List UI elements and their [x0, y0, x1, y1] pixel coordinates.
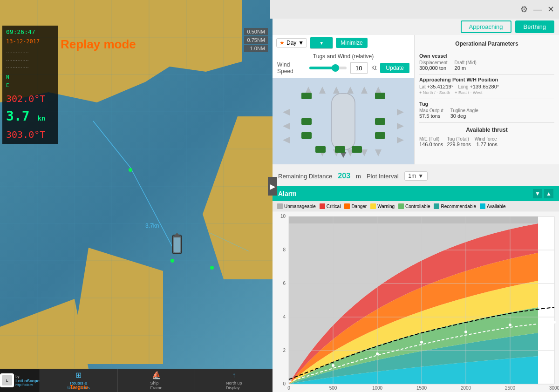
legend-controllable: Controllable	[398, 203, 430, 209]
tug-total-label: Tug (Total)	[447, 136, 470, 142]
alarm-down-arrow[interactable]: ▼	[533, 189, 542, 198]
draft-label: Draft (Mid)	[455, 60, 477, 65]
svg-marker-23	[172, 233, 182, 237]
north-up-button[interactable]: ↑ North upDisplay	[195, 369, 273, 392]
svg-point-71	[420, 341, 423, 344]
ship-frame-icon: ⛵	[152, 371, 161, 379]
svg-line-15	[130, 168, 172, 247]
svg-rect-51	[335, 146, 345, 153]
day-selector[interactable]: ★ Day ▼	[276, 38, 307, 47]
hud-compass-e: E	[6, 82, 9, 88]
displacement-param: Displacement 300,000 ton	[419, 60, 448, 71]
approaching-button[interactable]: Approaching	[461, 20, 511, 33]
remaining-distance-label: Remaining Distance	[278, 173, 332, 180]
range-ring-1: 0.50NM	[244, 28, 268, 35]
title-bar: ⚙ — ✕	[270, 0, 559, 19]
lon-value: +139.65280°	[470, 84, 499, 89]
day-label: Day	[286, 40, 296, 46]
replay-mode: Replay mode	[61, 37, 136, 52]
main-layout: 09:26:47 13-12-2017 ‥‥‥‥‥‥‥ ‥‥‥‥‥‥‥ ‥‥‥‥…	[0, 0, 559, 392]
ship-frame-button[interactable]: ⛵ ShipFrame	[117, 369, 195, 392]
hud-time: 09:26:47	[6, 27, 55, 37]
tugline-param: Tugline Angle 30 deg	[450, 108, 478, 119]
bottom-toolbar: L by LoiLoScope http://loilo.tv ⊞ Routes…	[0, 369, 273, 392]
svg-rect-44	[301, 93, 312, 99]
params-panel: Operational Parameters Own vessel Displa…	[415, 35, 559, 164]
legend-recommendable: Recommendable	[434, 203, 476, 209]
tugs-wind-panel: ★ Day ▼ ▼ Minimize Tugs and Wind (relati…	[273, 35, 415, 164]
alarm-up-arrow[interactable]: ▲	[544, 189, 553, 198]
unmanageable-label: Unmanageable	[284, 204, 316, 209]
svg-point-69	[332, 364, 334, 367]
north-up-label: North upDisplay	[226, 381, 242, 390]
routes-icon: ⊞	[75, 371, 82, 379]
draft-param: Draft (Mid) 20 m	[455, 60, 477, 71]
op-params-title: Operational Parameters	[419, 39, 554, 49]
hud-speed: 3.7 kn	[6, 106, 55, 127]
ship-diagram-svg	[276, 80, 411, 163]
update-button[interactable]: Update	[380, 63, 409, 73]
settings-icon[interactable]: ⚙	[520, 4, 528, 14]
wind-unit: Kt	[371, 65, 376, 71]
north-south-hint: + North / - South	[419, 90, 450, 95]
me-param: M/E (Full) 146.0 tons	[419, 136, 443, 147]
close-icon[interactable]: ✕	[547, 4, 554, 14]
svg-point-73	[509, 324, 511, 326]
critical-dot	[320, 203, 325, 209]
plot-interval-value: 1m	[409, 173, 416, 179]
tugline-value: 30 deg	[450, 113, 478, 119]
toolbar-logo: L by LoiLoScope http://loilo.tv	[0, 369, 40, 392]
north-up-icon: ↑	[232, 371, 236, 379]
right-panel: ⚙ — ✕ Approaching Berthing ★ Day ▼	[273, 0, 559, 392]
ship-frame-label: ShipFrame	[150, 381, 163, 390]
minimize-icon[interactable]: —	[533, 5, 542, 14]
svg-rect-48	[301, 132, 312, 139]
hud-compass-n: N	[6, 74, 9, 80]
hud: 09:26:47 13-12-2017 ‥‥‥‥‥‥‥ ‥‥‥‥‥‥‥ ‥‥‥‥…	[2, 26, 58, 144]
ship-diagram	[273, 78, 414, 164]
plot-interval-selector[interactable]: 1m ▼	[404, 171, 428, 181]
svg-point-19	[210, 266, 214, 270]
plot-dropdown-icon: ▼	[418, 173, 423, 179]
available-label: Available	[487, 204, 505, 209]
lat-value: +35.41219°	[427, 84, 454, 89]
minimize-button[interactable]: Minimize	[336, 38, 367, 48]
divider4	[419, 122, 554, 123]
lon-param: Long +139.65280°	[458, 84, 499, 89]
controls-row: ★ Day ▼ ▼ Minimize	[273, 35, 414, 51]
expand-arrow[interactable]: ▶	[268, 177, 277, 196]
ship-speed-label: 3.7kn	[145, 223, 159, 229]
alarm-chart-svg: 0 2 4 6 8 10 0 500 1000 1500 2000 2500 3…	[273, 212, 559, 392]
legend-available: Available	[480, 203, 505, 209]
wind-speed-row: Wind Speed 10 Kt Update	[273, 61, 414, 74]
svg-rect-49	[375, 132, 385, 139]
star-icon: ★	[280, 40, 285, 46]
tug-title: Tug	[419, 101, 554, 107]
legend-unmanageable: Unmanageable	[277, 203, 316, 209]
svg-point-70	[376, 352, 379, 355]
distance-row: Remaining Distance 203 m Plot Interval 1…	[273, 168, 559, 184]
tugs-wind-title: Tugs and Wind (relative)	[273, 51, 414, 61]
svg-text:1000: 1000	[372, 385, 383, 391]
berthing-button[interactable]: Berthing	[515, 20, 554, 33]
divider2	[419, 74, 554, 75]
chart-panel: 09:26:47 13-12-2017 ‥‥‥‥‥‥‥ ‥‥‥‥‥‥‥ ‥‥‥‥…	[0, 0, 273, 392]
plot-interval-label: Plot Interval	[367, 173, 399, 180]
own-vessel-title: Own vessel	[419, 53, 554, 59]
alarm-arrows: ▼ ▲	[533, 189, 553, 198]
svg-point-17	[129, 168, 132, 172]
nav-map[interactable]: 09:26:47 13-12-2017 ‥‥‥‥‥‥‥ ‥‥‥‥‥‥‥ ‥‥‥‥…	[0, 0, 273, 392]
svg-rect-45	[375, 93, 385, 99]
unmanageable-dot	[277, 203, 283, 209]
legend-warning: Warning	[370, 203, 395, 209]
danger-label: Danger	[351, 204, 367, 209]
svg-text:0: 0	[283, 381, 286, 386]
hud-heading1: 302.0°T	[6, 91, 55, 106]
wind-slider[interactable]	[309, 67, 347, 69]
color-picker[interactable]: ▼	[310, 37, 333, 49]
east-west-hint: + East / - West	[455, 90, 482, 95]
svg-text:6: 6	[283, 281, 286, 286]
svg-rect-43	[332, 94, 355, 149]
svg-text:8: 8	[283, 247, 286, 252]
svg-rect-21	[172, 235, 182, 254]
